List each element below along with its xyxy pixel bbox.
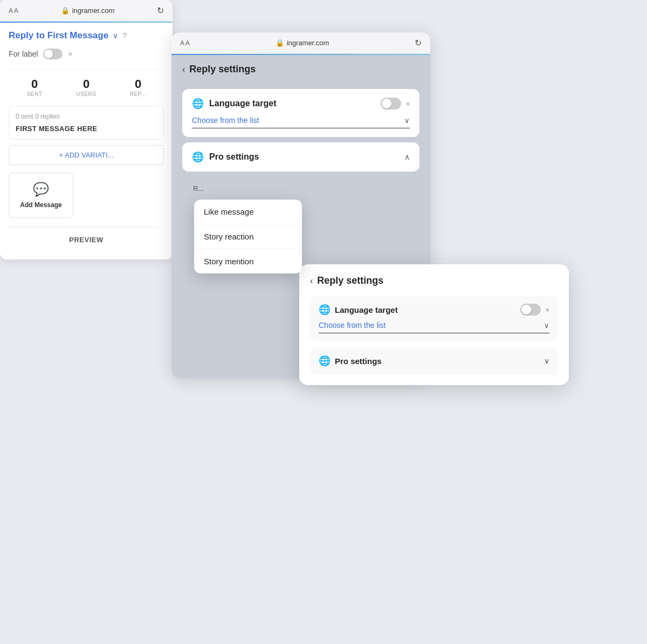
stat-sent: 0 SENT <box>9 77 60 97</box>
lock-icon-1: 🔒 <box>61 6 70 15</box>
browser-bar-1: A A 🔒 ingramer.com ↻ <box>0 0 173 22</box>
lock-icon-2: 🔒 <box>276 39 284 47</box>
font-size-control-1[interactable]: A A <box>9 7 18 15</box>
browser-bar-2: A A 🔒 ingramer.com ↻ <box>171 32 430 54</box>
fp-lt-left: 🌐 Language target <box>319 304 398 316</box>
fp-lt-header: 🌐 Language target × <box>319 304 549 316</box>
url-bar-1: 🔒 ingramer.com <box>61 6 115 15</box>
for-label-row: For label × <box>9 49 164 59</box>
ps-header[interactable]: 🌐 Pro settings ∧ <box>192 151 410 163</box>
preview-bar: PREVIEW <box>9 227 164 252</box>
add-message-card[interactable]: 💬 Add Message <box>9 173 73 218</box>
fp-lt-toggle[interactable] <box>520 304 541 316</box>
preview-label: PREVIEW <box>69 236 103 244</box>
fp-back-button[interactable]: ‹ <box>310 276 313 286</box>
stats-row: 0 SENT 0 USERS 0 REP... <box>9 69 164 97</box>
stat-users: 0 USERS <box>60 77 112 97</box>
add-variation-button[interactable]: + ADD VARIATI... <box>9 145 164 165</box>
fp-pro-header[interactable]: 🌐 Pro settings ∨ <box>319 355 549 367</box>
lt-close[interactable]: × <box>405 100 410 108</box>
reload-button-2[interactable]: ↻ <box>415 38 422 48</box>
stat-rep-value: 0 <box>112 77 164 91</box>
stat-rep: 0 REP... <box>112 77 164 97</box>
for-label-toggle[interactable] <box>43 49 63 59</box>
fp-pro-title: Pro settings <box>335 357 382 366</box>
dropdown-item-story-reaction[interactable]: Story reaction <box>194 224 302 249</box>
ps-chevron: ∧ <box>404 153 410 161</box>
lt-dropdown[interactable]: Choose from the list ∨ <box>192 116 410 128</box>
globe-icon-1: 🌐 <box>192 98 204 109</box>
reload-button-1[interactable]: ↻ <box>157 5 164 16</box>
add-message-area: 💬 Add Message <box>9 173 164 218</box>
reply-header: Reply to First Message ∨ ? <box>9 30 164 41</box>
first-message-text: FIRST MESSAGE HERE <box>16 125 157 133</box>
lt-header: 🌐 Language target × <box>192 98 410 109</box>
globe-icon-4: 🌐 <box>319 355 331 367</box>
stat-sent-label: SENT <box>9 91 60 97</box>
fp-pro-left: 🌐 Pro settings <box>319 355 382 367</box>
ps-left: 🌐 Pro settings <box>192 151 259 163</box>
dropdown-item-like[interactable]: Like message <box>194 200 302 224</box>
lt-right: × <box>381 98 410 109</box>
globe-icon-3: 🌐 <box>319 304 331 316</box>
globe-icon-2: 🌐 <box>192 151 204 163</box>
fp-lt-title: Language target <box>335 305 398 314</box>
reply-settings-title: Reply settings <box>189 64 256 75</box>
dropdown-item-story-mention[interactable]: Story mention <box>194 249 302 273</box>
lt-title: Language target <box>209 99 276 108</box>
stat-users-value: 0 <box>60 77 112 91</box>
fp-pro-chevron: ∨ <box>544 357 549 365</box>
fp-lt-right: × <box>520 304 549 316</box>
ps-title: Pro settings <box>209 152 259 162</box>
url-bar-2: 🔒 ingramer.com <box>276 39 329 47</box>
language-target-card: 🌐 Language target × Choose from the list… <box>182 89 419 137</box>
bubble-icon: 💬 <box>33 182 49 197</box>
fp-pro-card: 🌐 Pro settings ∨ <box>310 347 558 374</box>
fp-lt-dropdown[interactable]: Choose from the list ∨ <box>319 321 549 333</box>
lt-dropdown-chevron: ∨ <box>404 117 410 125</box>
for-label-close[interactable]: × <box>68 50 72 58</box>
stat-users-label: USERS <box>60 91 112 97</box>
add-message-label: Add Message <box>20 201 61 209</box>
fp-lt-card: 🌐 Language target × Choose from the list… <box>310 296 558 341</box>
lt-toggle[interactable] <box>381 98 401 109</box>
settings-section: 🌐 Language target × Choose from the list… <box>171 84 430 205</box>
reply-settings-back[interactable]: ‹ <box>182 65 185 74</box>
fp-lt-dropdown-chevron: ∨ <box>544 321 549 330</box>
sent-replies-text: 0 sent 0 replies <box>16 113 157 120</box>
first-message-card: 0 sent 0 replies FIRST MESSAGE HERE <box>9 106 164 140</box>
front-panel: ‹ Reply settings 🌐 Language target × Cho… <box>299 264 569 385</box>
help-icon[interactable]: ? <box>122 31 127 40</box>
stat-rep-label: REP... <box>112 91 164 97</box>
fp-lt-dropdown-text: Choose from the list <box>319 321 386 330</box>
dropdown-menu: Like message Story reaction Story mentio… <box>194 200 302 273</box>
fp-lt-close[interactable]: × <box>545 306 549 314</box>
stat-sent-value: 0 <box>9 77 60 91</box>
app-content: Reply to First Message ∨ ? For label × 0… <box>0 23 173 259</box>
fp-header: ‹ Reply settings <box>310 275 558 286</box>
main-app-panel: A A 🔒 ingramer.com ↻ Reply to First Mess… <box>0 0 173 259</box>
pro-sub-label: R... <box>193 180 409 195</box>
lt-left: 🌐 Language target <box>192 98 276 109</box>
pro-settings-card: 🌐 Pro settings ∧ <box>182 142 419 172</box>
reply-title[interactable]: Reply to First Message <box>9 30 108 41</box>
font-size-control-2[interactable]: A A <box>180 39 190 47</box>
for-label-text: For label <box>9 50 38 58</box>
fp-title: Reply settings <box>317 275 383 286</box>
lt-dropdown-text: Choose from the list <box>192 116 259 125</box>
pro-sub-section: R... <box>182 177 419 200</box>
reply-settings-header: ‹ Reply settings <box>171 55 430 84</box>
reply-title-chevron[interactable]: ∨ <box>113 31 118 40</box>
